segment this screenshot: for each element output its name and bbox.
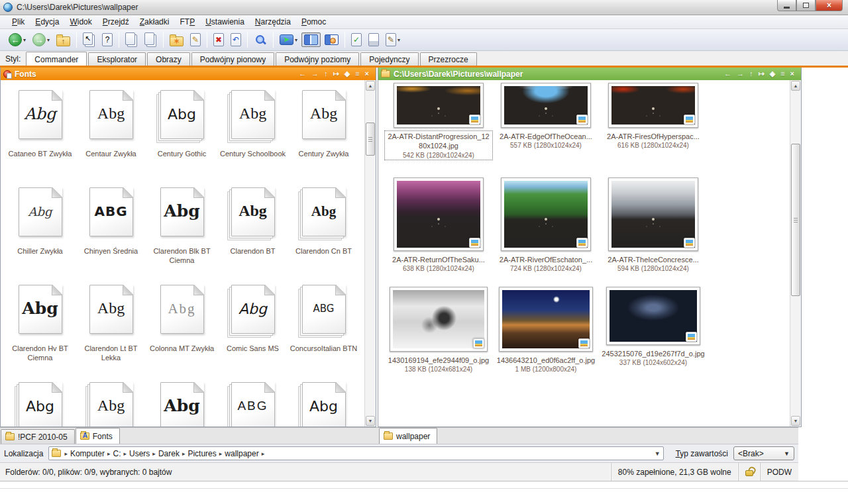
image-file-item[interactable]: 1430169194_efe2944f09_o.jpg138 KB (1024x… — [385, 287, 492, 374]
image-file-item[interactable]: 2A-ATR-TheIceConcresce...594 KB (1280x10… — [600, 177, 707, 273]
split-view-button[interactable] — [366, 31, 382, 48]
left-pane-scrollbar[interactable]: ▲ ▼ — [364, 80, 376, 427]
image-file-item[interactable]: 1436643210_ed0f6ac2ff_o.jpg1 MB (1200x80… — [492, 287, 600, 374]
font-file-item[interactable]: AbgClarendon Cn BT — [288, 181, 359, 279]
font-file-item[interactable]: AbgCataneo BT Zwykła — [5, 84, 76, 181]
right-pane-header[interactable]: C:\Users\Darek\Pictures\wallpaper ←→↑↦◈≡… — [378, 68, 801, 80]
right-pane-tab[interactable]: wallpaper — [379, 428, 437, 444]
right-pane-content[interactable]: 2A-ATR-DistantProgression_1280x1024.jpg5… — [378, 80, 790, 427]
breadcrumb-item-c[interactable]: C: — [110, 449, 123, 458]
nav-forward-icon[interactable]: → — [309, 70, 321, 78]
nav-back-icon[interactable]: ← — [721, 70, 734, 78]
breadcrumb[interactable]: ▸Komputer▸C:▸Users▸Darek▸Pictures▸wallpa… — [48, 446, 663, 460]
delete-button[interactable]: ✖ — [211, 31, 227, 48]
restore-button[interactable] — [796, 0, 816, 11]
style-tab-podwójny-pionowy[interactable]: Podwójny pionowy — [191, 52, 274, 66]
dual-pane-view-button[interactable] — [301, 32, 321, 47]
image-thumbnail[interactable] — [608, 177, 698, 251]
image-thumbnail[interactable] — [606, 287, 700, 345]
close-pane-icon[interactable]: × — [362, 70, 372, 78]
scroll-up-icon[interactable]: ▲ — [366, 81, 375, 91]
image-caption[interactable]: 2A-ATR-ReturnOfTheSaku...638 KB (1280x10… — [390, 254, 487, 273]
font-file-item[interactable]: AbgClarendon Hv BT Ciemna — [5, 279, 76, 376]
left-pane-content[interactable]: AbgCataneo BT ZwykłaAbgCentaur ZwykłaAbg… — [1, 80, 364, 427]
nav-up-icon[interactable]: ↑ — [321, 70, 331, 78]
image-thumbnail[interactable] — [501, 177, 591, 251]
right-pane-scrollbar[interactable]: ▲ ▼ — [790, 80, 801, 427]
font-file-item[interactable]: AbgComic Sans MS — [217, 279, 288, 376]
menu-ustawienia[interactable]: Ustawienia — [200, 16, 250, 28]
image-caption[interactable]: 2A-ATR-TheIceConcresce...594 KB (1280x10… — [606, 254, 700, 273]
checklist-button[interactable]: ✓ — [348, 31, 364, 48]
pane-menu-icon[interactable]: ≡ — [778, 70, 787, 78]
font-file-item[interactable]: AbgColonna MT Zwykła — [146, 279, 217, 376]
image-caption[interactable]: 2A-ATR-EdgeOfTheOcean...557 KB (1280x102… — [498, 131, 594, 150]
menu-narzędzia[interactable]: Narzędzia — [250, 16, 296, 28]
menu-widok[interactable]: Widok — [64, 16, 97, 28]
image-file-item[interactable]: 2A-ATR-ReturnOfTheSaku...638 KB (1280x10… — [385, 177, 492, 273]
nav-last-icon[interactable]: ↦ — [330, 70, 341, 78]
forward-button[interactable]: →▾ — [30, 31, 52, 48]
split-pane-icon[interactable]: ◈ — [767, 70, 778, 78]
search-button[interactable] — [251, 31, 270, 48]
font-file-item[interactable]: ABGChinyen Średnia — [76, 181, 146, 279]
edit-settings-button[interactable]: ✎▾ — [383, 31, 403, 48]
invert-selection-button[interactable]: ? — [99, 31, 115, 48]
layout-mode-badge[interactable]: PODW — [760, 463, 798, 481]
menu-ftp[interactable]: FTP — [174, 16, 200, 28]
font-file-item[interactable]: AbgClarendon Blk BT Ciemna — [146, 181, 217, 279]
menu-plik[interactable]: Plik — [7, 16, 30, 28]
target-pane-button[interactable]: ➤▾ — [277, 32, 300, 47]
style-tab-pojedynczy[interactable]: Pojedynczy — [360, 52, 418, 66]
breadcrumb-dropdown-icon[interactable]: ▼ — [655, 450, 661, 457]
image-caption[interactable]: 2A-ATR-DistantProgression_1280x1024.jpg5… — [385, 131, 492, 160]
left-pane-tab-fonts[interactable]: Fonts — [76, 428, 120, 444]
style-tab-obrazy[interactable]: Obrazy — [147, 52, 190, 66]
image-file-item[interactable]: 2A-ATR-FiresOfHyperspac...616 KB (1280x1… — [600, 83, 707, 160]
font-file-item[interactable]: Abg — [288, 376, 359, 427]
undo-button[interactable]: ↶ — [228, 31, 244, 48]
back-button[interactable]: ←▾ — [6, 31, 28, 48]
chevron-down-icon[interactable]: ▾ — [23, 37, 26, 43]
image-caption[interactable]: 2A-ATR-FiresOfHyperspac...616 KB (1280x1… — [605, 131, 702, 150]
image-file-item[interactable]: 2A-ATR-RiverOfEschaton_...724 KB (1280x1… — [492, 177, 600, 273]
pane-preview-view-button[interactable] — [322, 32, 341, 47]
image-file-item[interactable]: 2A-ATR-EdgeOfTheOcean...557 KB (1280x102… — [492, 83, 600, 160]
copy-button[interactable] — [123, 30, 140, 49]
image-thumbnail[interactable] — [394, 83, 484, 128]
image-caption[interactable]: 2453215076_d19e267f7d_o.jpg337 KB (1024x… — [600, 348, 706, 367]
left-pane-tab--pcf-2010-05[interactable]: !PCF 2010-05 — [1, 429, 75, 444]
scroll-down-icon[interactable]: ▼ — [366, 416, 375, 426]
breadcrumb-item-darek[interactable]: Darek — [156, 449, 182, 458]
nav-forward-icon[interactable]: → — [734, 70, 747, 78]
lock-section[interactable] — [738, 463, 760, 481]
font-file-item[interactable]: AbgCentaur Zwykła — [76, 84, 146, 181]
close-pane-icon[interactable]: × — [788, 70, 797, 78]
image-thumbnail[interactable] — [501, 83, 591, 128]
image-thumbnail[interactable] — [390, 287, 488, 352]
image-caption[interactable]: 2A-ATR-RiverOfEschaton_...724 KB (1280x1… — [498, 254, 594, 273]
breadcrumb-item-users[interactable]: Users — [127, 449, 152, 458]
breadcrumb-item-pictures[interactable]: Pictures — [185, 449, 219, 458]
style-tab-commander[interactable]: Commander — [26, 52, 87, 66]
font-file-item[interactable]: ABGConcursoItalian BTN — [288, 279, 359, 376]
chevron-down-icon[interactable]: ▾ — [398, 37, 400, 43]
style-tab-eksplorator[interactable]: Eksplorator — [88, 52, 146, 66]
image-file-item[interactable]: 2A-ATR-DistantProgression_1280x1024.jpg5… — [385, 83, 492, 160]
font-file-item[interactable]: AbgChiller Zwykła — [5, 181, 76, 279]
minimize-button[interactable] — [777, 0, 796, 11]
font-file-item[interactable]: Abg — [146, 376, 217, 427]
rename-button[interactable]: ✎ — [187, 31, 203, 48]
scroll-up-icon[interactable]: ▲ — [791, 81, 800, 91]
nav-last-icon[interactable]: ↦ — [755, 70, 767, 78]
duplicate-button[interactable] — [142, 30, 160, 49]
breadcrumb-item-komputer[interactable]: Komputer — [68, 449, 107, 458]
menu-pomoc[interactable]: Pomoc — [296, 16, 331, 28]
font-file-item[interactable]: AbgCentury Schoolbook — [217, 84, 288, 181]
new-folder-button[interactable]: ✶ — [167, 31, 186, 48]
font-file-item[interactable]: AbgClarendon BT — [217, 181, 288, 279]
chevron-down-icon[interactable]: ▾ — [295, 37, 297, 43]
font-file-item[interactable]: Abg — [5, 376, 76, 427]
scrollbar-thumb[interactable] — [366, 123, 375, 156]
scroll-down-icon[interactable]: ▼ — [791, 416, 800, 426]
